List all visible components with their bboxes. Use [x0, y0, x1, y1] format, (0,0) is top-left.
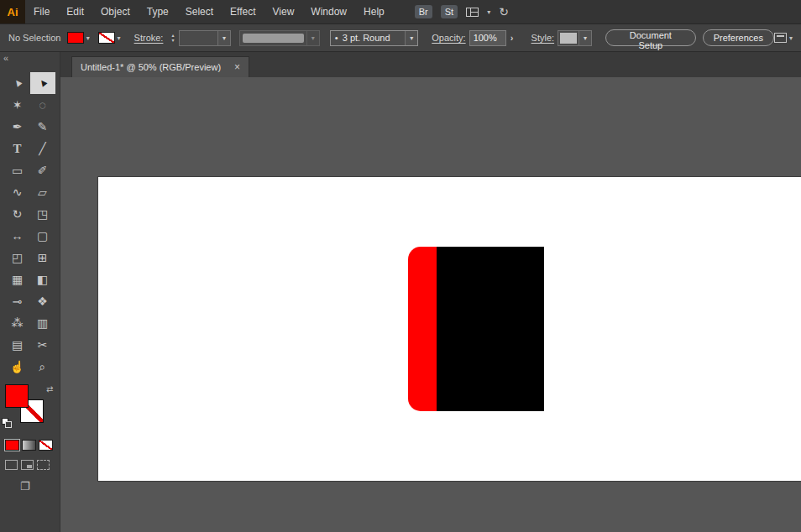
mesh-tool[interactable]: ▦ — [5, 269, 30, 290]
width-tool[interactable]: ↔ — [5, 225, 30, 247]
scale-tool[interactable]: ◳ — [30, 203, 55, 225]
style-label[interactable]: Style: — [531, 33, 555, 43]
artboard-icon: ▤ — [12, 338, 23, 352]
rectangle-tool[interactable]: ▭ — [5, 159, 30, 181]
menu-select[interactable]: Select — [177, 0, 222, 23]
stroke-dropdown-chevron-icon[interactable]: ▾ — [118, 34, 121, 42]
shaper-icon: ∿ — [13, 185, 23, 199]
menu-effect[interactable]: Effect — [222, 0, 264, 23]
workspace-switcher-icon[interactable] — [466, 8, 479, 17]
lasso-tool[interactable]: ◌ — [30, 94, 55, 116]
hand-tool[interactable]: ☝ — [5, 356, 30, 378]
stroke-weight-label[interactable]: Stroke: — [134, 33, 164, 43]
column-graph-tool[interactable]: ▥ — [30, 312, 55, 334]
brush-definition-dropdown[interactable]: ▾ — [239, 30, 320, 46]
lasso-icon: ◌ — [39, 98, 45, 112]
free-transform-tool[interactable]: ▢ — [30, 225, 55, 247]
menu-edit[interactable]: Edit — [58, 0, 92, 23]
stroke-weight-stepper[interactable]: ▴ ▾ — [168, 33, 177, 43]
draw-behind-button[interactable] — [21, 460, 34, 470]
symbol-sprayer-tool[interactable]: ⁂ — [5, 312, 30, 334]
chevron-down-icon[interactable]: ▾ — [789, 34, 793, 42]
fill-swatch[interactable] — [5, 384, 29, 408]
hand-icon: ☝ — [10, 360, 24, 373]
black-rectangle[interactable] — [437, 247, 544, 411]
menu-bar: Ai File Edit Object Type Select Effect V… — [0, 0, 801, 23]
eyedropper-tool[interactable]: ⊸ — [5, 290, 30, 312]
menu-help[interactable]: Help — [355, 0, 393, 23]
stroke-weight-dropdown[interactable]: ▾ — [179, 30, 231, 46]
rectangle-icon: ▭ — [12, 164, 23, 177]
curvature-icon: ✎ — [38, 120, 48, 133]
symbol-sprayer-icon: ⁂ — [12, 316, 24, 330]
tools-panel: « ► ► ✶ ◌ ✒ ✎ T ╱ ▭ ✐ ∿ ▱ ↻ ◳ ↔ ▢ ◰ ⊞ ▦ … — [0, 52, 60, 532]
zoom-tool[interactable]: ⌕ — [30, 356, 55, 378]
fill-color-swatch[interactable] — [67, 32, 84, 44]
shape-builder-tool[interactable]: ◰ — [5, 247, 30, 269]
blend-tool[interactable]: ❖ — [30, 290, 55, 312]
draw-inside-button[interactable] — [37, 460, 50, 470]
stock-button[interactable]: St — [441, 5, 458, 18]
style-dropdown[interactable]: ▾ — [558, 30, 592, 46]
menu-view[interactable]: View — [264, 0, 303, 23]
eraser-icon: ▱ — [38, 185, 47, 199]
panel-collapse-icon[interactable]: « — [0, 52, 60, 65]
paintbrush-tool[interactable]: ✐ — [30, 159, 55, 181]
screen-mode-button[interactable]: ❐ — [20, 480, 30, 493]
menu-file[interactable]: File — [25, 0, 58, 23]
stroke-color-swatch[interactable] — [98, 32, 115, 44]
color-button[interactable] — [5, 440, 19, 451]
chevron-down-icon[interactable]: ▾ — [217, 31, 230, 45]
stepper-down-icon[interactable]: ▾ — [171, 38, 174, 43]
brush-preset-dropdown[interactable]: • 3 pt. Round ▾ — [330, 30, 419, 46]
shaper-tool[interactable]: ∿ — [5, 181, 30, 203]
slice-icon: ✂ — [38, 338, 48, 352]
preferences-button[interactable]: Preferences — [703, 29, 774, 46]
chevron-down-icon[interactable]: ▾ — [487, 8, 490, 16]
fill-stroke-control: ⇄ — [0, 383, 60, 433]
default-fill-stroke-icon[interactable] — [2, 418, 13, 430]
fill-dropdown-chevron-icon[interactable]: ▾ — [86, 34, 90, 42]
menu-object[interactable]: Object — [92, 0, 139, 23]
chevron-down-icon: ▾ — [306, 31, 319, 45]
document-setup-button[interactable]: Document Setup — [605, 29, 696, 46]
menu-window[interactable]: Window — [302, 0, 355, 23]
eraser-tool[interactable]: ▱ — [30, 181, 55, 203]
line-segment-tool[interactable]: ╱ — [30, 138, 55, 159]
rotate-tool[interactable]: ↻ — [5, 203, 30, 225]
arrange-documents-icon[interactable] — [774, 33, 787, 43]
direct-selection-tool[interactable]: ► — [30, 72, 55, 94]
pen-tool[interactable]: ✒ — [5, 116, 30, 138]
menu-type[interactable]: Type — [139, 0, 177, 23]
bridge-button[interactable]: Br — [415, 5, 432, 18]
draw-normal-button[interactable] — [5, 460, 18, 470]
selection-status: No Selection — [8, 33, 67, 43]
none-button[interactable] — [39, 440, 53, 451]
gradient-tool[interactable]: ◧ — [30, 269, 55, 290]
curvature-tool[interactable]: ✎ — [30, 116, 55, 138]
type-tool[interactable]: T — [5, 138, 30, 159]
selection-tool[interactable]: ► — [5, 72, 30, 94]
slice-tool[interactable]: ✂ — [30, 334, 55, 356]
opacity-input[interactable] — [469, 30, 506, 46]
red-rounded-rectangle[interactable] — [408, 247, 440, 411]
opacity-expand-arrow-icon[interactable]: › — [506, 33, 518, 43]
chevron-down-icon[interactable]: ▾ — [578, 31, 591, 45]
sync-icon[interactable]: ↻ — [499, 5, 509, 18]
opacity-label[interactable]: Opacity: — [432, 33, 465, 43]
magic-wand-tool[interactable]: ✶ — [5, 94, 30, 116]
type-icon: T — [13, 142, 21, 156]
artboard-tool[interactable]: ▤ — [5, 334, 30, 356]
free-transform-icon: ▢ — [37, 229, 48, 243]
control-bar: No Selection ▾ ▾ Stroke: ▴ ▾ ▾ ▾ • 3 pt.… — [0, 23, 801, 52]
gradient-button[interactable] — [22, 440, 36, 451]
canvas-area[interactable] — [60, 77, 801, 532]
zoom-icon: ⌕ — [39, 360, 46, 374]
document-tab[interactable]: Untitled-1* @ 50% (RGB/Preview) × — [71, 56, 249, 77]
chevron-down-icon[interactable]: ▾ — [405, 31, 417, 45]
close-icon[interactable]: × — [234, 61, 240, 73]
swap-fill-stroke-icon[interactable]: ⇄ — [46, 384, 53, 394]
perspective-grid-tool[interactable]: ⊞ — [30, 247, 55, 269]
eyedropper-icon: ⊸ — [13, 295, 23, 308]
brush-bullet: • — [331, 33, 343, 43]
